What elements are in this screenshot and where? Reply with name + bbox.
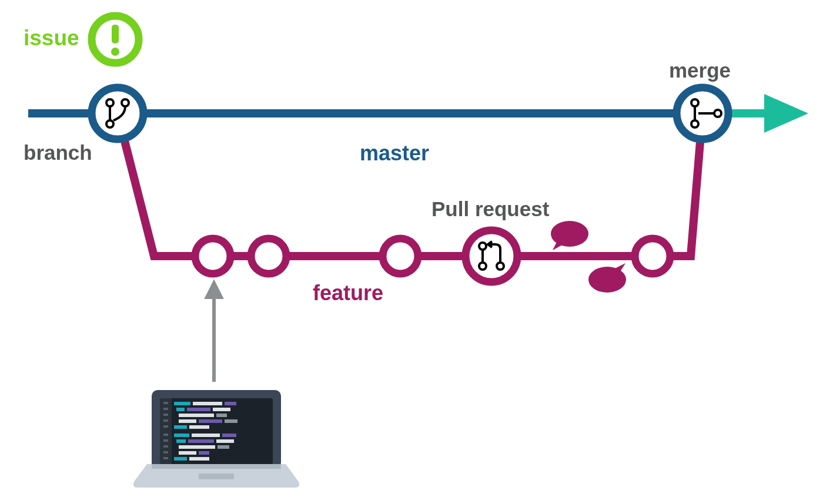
svg-rect-59 bbox=[163, 451, 168, 453]
svg-point-3 bbox=[92, 88, 143, 139]
svg-rect-53 bbox=[163, 414, 168, 416]
commit-3 bbox=[383, 238, 418, 274]
svg-rect-44 bbox=[216, 439, 234, 443]
feature-path bbox=[118, 113, 702, 256]
svg-rect-46 bbox=[218, 445, 229, 449]
laptop-arrow bbox=[207, 283, 221, 382]
commit-2 bbox=[251, 238, 286, 274]
svg-rect-45 bbox=[179, 445, 215, 449]
svg-rect-52 bbox=[163, 408, 168, 410]
svg-rect-29 bbox=[176, 408, 185, 411]
svg-rect-47 bbox=[179, 451, 196, 455]
svg-rect-51 bbox=[163, 402, 168, 404]
svg-rect-37 bbox=[174, 425, 187, 429]
feature-label: feature bbox=[313, 281, 383, 305]
master-arrowhead bbox=[764, 94, 808, 133]
svg-rect-23 bbox=[152, 464, 281, 469]
svg-rect-49 bbox=[174, 457, 187, 461]
svg-rect-30 bbox=[187, 408, 210, 411]
svg-rect-54 bbox=[163, 419, 168, 422]
issue-icon bbox=[92, 16, 139, 63]
branch-label: branch bbox=[24, 141, 92, 164]
svg-rect-43 bbox=[188, 439, 214, 443]
svg-rect-36 bbox=[225, 419, 237, 423]
commit-last bbox=[635, 238, 670, 274]
svg-point-11 bbox=[466, 230, 517, 282]
svg-rect-41 bbox=[222, 434, 236, 437]
svg-rect-21 bbox=[199, 473, 234, 479]
branch-node bbox=[92, 88, 143, 139]
svg-rect-26 bbox=[174, 402, 190, 405]
svg-rect-48 bbox=[199, 451, 209, 455]
svg-marker-20 bbox=[207, 283, 221, 297]
merge-label: merge bbox=[669, 59, 731, 82]
svg-rect-56 bbox=[163, 434, 168, 436]
pull-request-label: Pull request bbox=[431, 197, 549, 221]
svg-rect-35 bbox=[199, 419, 222, 423]
comment-bubble-top bbox=[551, 221, 588, 250]
svg-rect-57 bbox=[163, 439, 168, 442]
svg-rect-33 bbox=[216, 414, 227, 417]
svg-rect-1 bbox=[112, 25, 119, 43]
master-label: master bbox=[360, 141, 429, 166]
svg-rect-58 bbox=[163, 445, 168, 448]
svg-rect-28 bbox=[225, 402, 236, 405]
svg-rect-39 bbox=[174, 434, 189, 437]
merge-node bbox=[677, 88, 728, 139]
svg-rect-60 bbox=[163, 457, 168, 459]
svg-rect-50 bbox=[189, 457, 209, 461]
svg-point-2 bbox=[111, 48, 119, 56]
svg-rect-32 bbox=[179, 414, 214, 417]
laptop-icon bbox=[133, 390, 299, 488]
svg-rect-31 bbox=[213, 408, 230, 411]
issue-label: issue bbox=[24, 26, 79, 51]
svg-rect-34 bbox=[179, 419, 196, 423]
svg-rect-38 bbox=[189, 425, 209, 429]
svg-rect-27 bbox=[193, 402, 222, 405]
comment-bubble-bottom bbox=[588, 263, 626, 293]
svg-rect-55 bbox=[163, 425, 168, 428]
svg-rect-40 bbox=[192, 434, 220, 437]
commit-1 bbox=[195, 238, 230, 274]
pull-request-node bbox=[466, 230, 517, 282]
svg-rect-42 bbox=[176, 439, 186, 443]
